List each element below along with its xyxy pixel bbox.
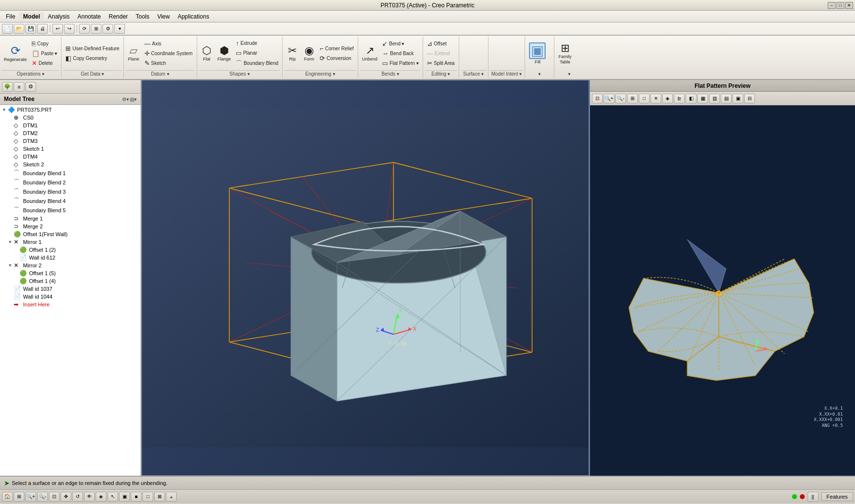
fp-view10-btn[interactable]: ▣ (733, 94, 743, 103)
tree-item-wallid612[interactable]: 📄Wall id 612 (0, 254, 141, 262)
fp-fit-btn[interactable]: ⊡ (592, 94, 603, 103)
engineering-group-label[interactable]: Engineering (285, 70, 356, 77)
fp-view5-btn[interactable]: ⊵ (674, 94, 685, 103)
fp-view4-btn[interactable]: ◈ (662, 94, 673, 103)
fp-viewport[interactable]: X.X+0.1 X.XX+0.01 X.XXX+0.001 ANG +0.5 (590, 105, 855, 476)
qa-redo-button[interactable]: ↪ (64, 24, 75, 34)
fill-button[interactable]: ▣ Fill (527, 41, 548, 66)
menu-applications[interactable]: Applications (174, 12, 213, 21)
flange-button[interactable]: ⬢ Flange (216, 44, 233, 63)
tree-item-merge1[interactable]: ⊃Merge 1 (0, 215, 141, 222)
qa-undo-button[interactable]: ↩ (52, 24, 63, 34)
lp-tree-btn[interactable]: 🌳 (2, 82, 13, 92)
fp-zoom-in-btn[interactable]: 🔍+ (604, 94, 614, 103)
bt-home-btn[interactable]: 🏠 (2, 492, 13, 502)
copy-button[interactable]: ⎘ Copy (30, 39, 59, 48)
model-tree[interactable]: ▼🔷PRT0375.PRT ⊕CS0 ◇DTM1 ◇DTM2 ◇DTM3 ◇Sk… (0, 105, 141, 476)
qa-regen-button[interactable]: ⟳ (79, 24, 90, 34)
tree-item-insert[interactable]: ➡Insert Here (0, 301, 141, 308)
tree-item-dtm3[interactable]: ◇DTM3 (0, 137, 141, 145)
regenerate-button[interactable]: ⟳ Regenerate (2, 43, 29, 64)
tree-item-dtm1[interactable]: ◇DTM1 (0, 121, 141, 129)
mt-filter-icon[interactable]: ▤▾ (130, 97, 137, 102)
menu-tools[interactable]: Tools (132, 12, 153, 21)
planar-button[interactable]: ▭ Planar (234, 48, 280, 58)
editing-group-label[interactable]: Editing (425, 70, 457, 77)
sketch-button[interactable]: ✎ Sketch (142, 59, 195, 68)
3d-viewport[interactable]: X Y Z Y 0.00 (142, 80, 589, 476)
form-button[interactable]: ◉ Form (301, 44, 317, 63)
model-intent-group-label[interactable]: Model Intent (490, 70, 523, 77)
tree-item-offset12[interactable]: 🟢Offset 1 (2) (0, 246, 141, 254)
tree-item-offset1fw[interactable]: 🟢Offset 1(First Wall) (0, 230, 141, 238)
fp-view2-btn[interactable]: □ (639, 94, 650, 103)
tree-item-bb1[interactable]: ⌒Boundary Blend 1 (0, 168, 141, 178)
bt-wire-btn[interactable]: ▣ (119, 492, 130, 502)
qa-print-button[interactable]: 🖨 (37, 24, 48, 34)
fp-zoom-out-btn[interactable]: 🔍- (615, 94, 626, 103)
mt-settings-icon[interactable]: ⚙▾ (122, 97, 129, 102)
fp-view7-btn[interactable]: ▦ (697, 94, 708, 103)
axis-button[interactable]: — Axis (142, 39, 195, 48)
fp-view1-btn[interactable]: ⊞ (627, 94, 638, 103)
bt-shade-btn[interactable]: ■ (131, 492, 142, 502)
tree-item-mirror2[interactable]: ▼✕Mirror 2 (0, 262, 141, 269)
lp-layers-btn[interactable]: ≡ (14, 82, 24, 92)
boundary-blend-button[interactable]: ⌒ Boundary Blend (234, 58, 280, 69)
surface-group-label[interactable]: Surface (461, 70, 486, 77)
qa-3d-button[interactable]: ⊞ (91, 24, 102, 34)
tree-item-sketch1[interactable]: ◇Sketch 1 (0, 145, 141, 153)
bend-back-button[interactable]: ↔ Bend Back (380, 49, 420, 58)
copy-geometry-button[interactable]: ◧ Copy Geometry (63, 54, 121, 63)
tree-item-sketch2[interactable]: ◇Sketch 2 (0, 161, 141, 168)
bt-hidden-btn[interactable]: ⊠ (154, 492, 165, 502)
qa-open-button[interactable]: 📂 (14, 24, 24, 34)
bt-sel-btn[interactable]: ↖ (107, 492, 118, 502)
split-area-button[interactable]: ✂ Split Area (425, 59, 457, 68)
bt-fit-btn[interactable]: ⊡ (49, 492, 60, 502)
bt-persp-btn[interactable]: ⟁ (166, 492, 177, 502)
tree-item-dtm2[interactable]: ◇DTM2 (0, 129, 141, 137)
tree-item-mirror1[interactable]: ▼✕Mirror 1 (0, 238, 141, 246)
fp-view3-btn[interactable]: ✕ (651, 94, 661, 103)
fp-view11-btn[interactable]: ⊟ (744, 94, 755, 103)
menu-view[interactable]: View (153, 12, 174, 21)
fp-view6-btn[interactable]: ◧ (686, 94, 696, 103)
tree-expand[interactable]: ▼ (8, 263, 14, 268)
corner-relief-button[interactable]: ⌐ Corner Relief (318, 44, 356, 53)
delete-button[interactable]: ✕ Delete (30, 59, 59, 68)
offset-button[interactable]: ⊿ Offset (425, 39, 457, 48)
menu-annotate[interactable]: Annotate (74, 12, 105, 21)
bt-rot-btn[interactable]: ↺ (72, 492, 83, 502)
tree-item-dtm4[interactable]: ◇DTM4 (0, 153, 141, 161)
menu-model[interactable]: Model (19, 12, 44, 21)
datum-group-label[interactable]: Datum (126, 70, 195, 77)
bt-zoom-in-btn[interactable]: 🔍+ (25, 492, 36, 502)
tree-item-root[interactable]: ▼🔷PRT0375.PRT (0, 106, 141, 114)
qa-save-button[interactable]: 💾 (25, 24, 36, 34)
fp-view9-btn[interactable]: ▤ (721, 94, 732, 103)
paste-button[interactable]: 📋 Paste ▾ (30, 49, 59, 58)
bt-edge-btn[interactable]: □ (142, 492, 153, 502)
tree-expand[interactable]: ▼ (2, 107, 8, 112)
extrude-button[interactable]: ↑ Extrude (234, 39, 280, 48)
menu-render[interactable]: Render (105, 12, 132, 21)
tree-item-offset15[interactable]: 🟢Offset 1 (5) (0, 269, 141, 277)
tree-item-cs0[interactable]: ⊕CS0 (0, 114, 141, 121)
bt-view-btn[interactable]: 👁 (84, 492, 95, 502)
bt-end-btn[interactable]: || (808, 492, 818, 502)
fp-view8-btn[interactable]: ▥ (709, 94, 720, 103)
unbend-button[interactable]: ↗ Unbend (360, 44, 380, 63)
get-data-group-label[interactable]: Get Data (63, 70, 121, 77)
flat-pattern-button[interactable]: ▭ Flat Pattern ▾ (380, 59, 420, 68)
tree-item-merge2[interactable]: ⊃Merge 2 (0, 222, 141, 230)
tree-item-bb2[interactable]: ⌒Boundary Blend 2 (0, 178, 141, 187)
lp-settings-btn[interactable]: ⚙ (25, 82, 36, 92)
bends-group-label[interactable]: Bends (360, 70, 421, 77)
tree-item-bb4[interactable]: ⌒Boundary Blend 4 (0, 196, 141, 205)
tree-item-offset14[interactable]: 🟢Offset 1 (4) (0, 277, 141, 285)
menu-file[interactable]: File (2, 12, 19, 21)
qa-dropdown-button[interactable]: ▾ (114, 24, 125, 34)
extend-button[interactable]: — Extend (425, 49, 457, 58)
family-table-button[interactable]: ⊞ FamilyTable (556, 41, 573, 66)
